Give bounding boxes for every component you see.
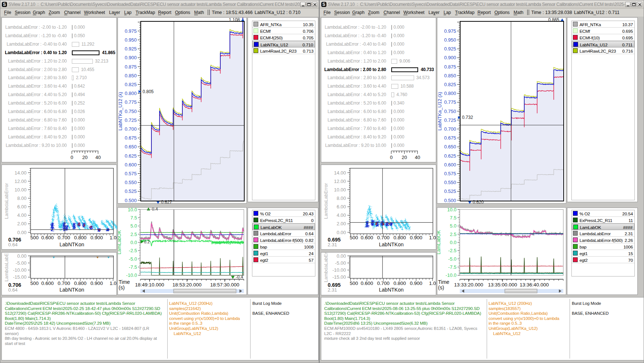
svg-text:8.00: 8.00 (17, 195, 27, 201)
svg-text:40: 40 (415, 155, 420, 160)
svg-text:8.00: 8.00 (337, 195, 346, 201)
svg-text:-10.0: -10.0 (126, 272, 137, 278)
svg-text:-5.00: -5.00 (335, 260, 346, 266)
svg-text:0.500: 0.500 (444, 198, 456, 203)
svg-text:0.850: 0.850 (444, 73, 456, 78)
svg-text:LabNTKon: LabNTKon (60, 287, 84, 293)
svg-text:0.650: 0.650 (125, 144, 137, 149)
svg-text:0.925: 0.925 (444, 46, 456, 52)
svg-text:-2.5: -2.5 (448, 248, 456, 253)
svg-text:0.0: 0.0 (450, 240, 456, 245)
svg-text:0.575: 0.575 (125, 171, 137, 176)
svg-text:0.775: 0.775 (444, 99, 456, 105)
svg-text:0.732: 0.732 (462, 115, 473, 120)
svg-text:1.0: 1.0 (110, 281, 117, 286)
svg-text:1.0: 1.0 (110, 235, 117, 240)
svg-text:0.800: 0.800 (444, 91, 456, 96)
svg-text:1.0: 1.0 (429, 281, 436, 286)
svg-text:500: 500 (350, 235, 358, 240)
svg-text:500: 500 (30, 235, 39, 240)
svg-text:LambdaLabError: LambdaLabError (323, 183, 329, 219)
svg-text:0.600: 0.600 (125, 162, 137, 168)
svg-text:0.950: 0.950 (125, 37, 137, 43)
svg-text:0.550: 0.550 (444, 180, 456, 185)
svg-text:-10.00: -10.00 (13, 267, 27, 273)
svg-text:18:53:20.000: 18:53:20.000 (172, 282, 202, 288)
svg-text:1.108: 1.108 (229, 18, 240, 22)
svg-text:LabNTKon: LabNTKon (379, 242, 404, 247)
svg-text:2.5: 2.5 (130, 232, 137, 237)
svg-text:0.00: 0.00 (337, 253, 346, 259)
svg-text:2.00: 2.00 (337, 221, 346, 226)
svg-text:2.5: 2.5 (450, 232, 456, 237)
svg-text:5.0: 5.0 (450, 223, 456, 229)
svg-text:1.0: 1.0 (429, 235, 436, 240)
svg-text:0.700: 0.700 (377, 235, 390, 240)
svg-text:Time: Time (438, 279, 449, 285)
svg-text:Time: Time (119, 279, 130, 285)
svg-text:0.620: 0.620 (473, 200, 484, 204)
svg-text:0.805: 0.805 (143, 89, 154, 94)
svg-text:0.600: 0.600 (361, 235, 373, 240)
svg-text:40: 40 (95, 155, 101, 160)
svg-text:0.700: 0.700 (377, 281, 390, 286)
svg-text:0.725: 0.725 (444, 117, 456, 123)
svg-text:500: 500 (350, 281, 358, 286)
svg-text:0.750: 0.750 (444, 109, 456, 114)
svg-text:-5.0: -5.0 (448, 256, 456, 262)
svg-text:LamLabOK: LamLabOK (437, 230, 441, 254)
svg-text:10.0: 10.0 (447, 208, 456, 212)
svg-text:LambdaLabError: LambdaLabError (4, 183, 9, 219)
svg-text:4.00: 4.00 (17, 212, 27, 218)
svg-text:0.627: 0.627 (161, 200, 172, 204)
svg-text:0.64: 0.64 (8, 242, 17, 247)
svg-text:LambdaLabEr: LambdaLabEr (323, 253, 329, 282)
svg-text:0.825: 0.825 (444, 82, 456, 87)
svg-text:2.31: 2.31 (328, 242, 337, 247)
svg-text:0.675: 0.675 (125, 135, 137, 141)
svg-text:-15.00: -15.00 (13, 274, 27, 280)
svg-text:0.800: 0.800 (125, 91, 137, 96)
svg-text:0.975: 0.975 (444, 28, 456, 34)
svg-text:0.700: 0.700 (125, 126, 137, 132)
svg-text:6.00: 6.00 (337, 204, 346, 209)
svg-text:-15.00: -15.00 (332, 274, 346, 280)
svg-text:0.00: 0.00 (17, 253, 27, 259)
svg-text:0.2: 0.2 (144, 240, 150, 244)
svg-text:0: 0 (70, 155, 73, 160)
svg-text:0.800: 0.800 (393, 281, 406, 286)
svg-text:0.800: 0.800 (393, 235, 406, 240)
svg-text:0.675: 0.675 (444, 135, 456, 141)
svg-text:0.775: 0.775 (125, 99, 137, 105)
svg-text:2.31: 2.31 (328, 287, 337, 293)
svg-text:13:36:40.000: 13:36:40.000 (520, 282, 549, 288)
svg-text:0.900: 0.900 (91, 281, 103, 286)
svg-text:0.950: 0.950 (444, 37, 456, 43)
svg-text:0.550: 0.550 (125, 180, 137, 185)
svg-text:LabNTKon: LabNTKon (60, 242, 84, 247)
svg-text:0.650: 0.650 (444, 144, 456, 149)
svg-text:LamLabOK: LamLabOK (118, 230, 122, 254)
svg-text:-10.00: -10.00 (332, 267, 346, 273)
svg-text:18:57:30.000: 18:57:30.000 (210, 282, 239, 288)
svg-text:0.700: 0.700 (58, 281, 70, 286)
svg-text:13:33:20.000: 13:33:20.000 (454, 282, 483, 288)
svg-text:5.0: 5.0 (130, 223, 137, 229)
svg-text:LambdaLabE: LambdaLabE (4, 253, 9, 282)
svg-text:0.725: 0.725 (125, 117, 137, 123)
svg-text:0.900: 0.900 (410, 235, 423, 240)
svg-text:10.0: 10.0 (128, 208, 137, 212)
svg-text:0.525: 0.525 (444, 188, 456, 194)
svg-text:7.5: 7.5 (130, 215, 137, 221)
svg-text:4.00: 4.00 (337, 212, 346, 218)
svg-text:0.750: 0.750 (125, 109, 137, 114)
svg-text:12.00: 12.00 (14, 179, 27, 184)
svg-text:(s): (s) (119, 285, 125, 290)
svg-text:0.800: 0.800 (74, 235, 87, 240)
svg-text:6.00: 6.00 (17, 204, 27, 209)
svg-text:0.700: 0.700 (58, 235, 70, 240)
svg-text:-7.5: -7.5 (129, 264, 137, 270)
svg-text:LabNTKa_U12 (λ): LabNTKa_U12 (λ) (118, 92, 123, 131)
svg-text:20: 20 (82, 155, 87, 160)
svg-text:0.0: 0.0 (130, 240, 137, 245)
